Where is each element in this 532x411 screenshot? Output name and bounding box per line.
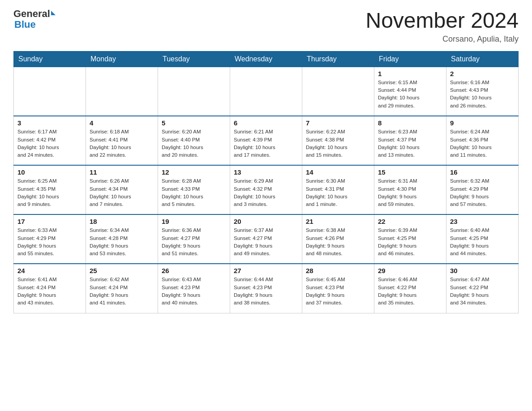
page-header: General Blue November 2024 Corsano, Apul…: [13, 9, 519, 44]
day-number: 4: [90, 119, 154, 127]
calendar-cell: 14Sunrise: 6:30 AM Sunset: 4:31 PM Dayli…: [302, 165, 374, 214]
day-info: Sunrise: 6:21 AM Sunset: 4:39 PM Dayligh…: [234, 128, 298, 159]
day-info: Sunrise: 6:16 AM Sunset: 4:43 PM Dayligh…: [450, 79, 515, 110]
day-info: Sunrise: 6:15 AM Sunset: 4:44 PM Dayligh…: [378, 79, 442, 110]
day-number: 13: [234, 168, 298, 176]
day-number: 26: [162, 267, 226, 274]
day-info: Sunrise: 6:44 AM Sunset: 4:23 PM Dayligh…: [234, 276, 298, 307]
logo: General Blue: [13, 9, 56, 30]
day-number: 6: [234, 119, 298, 127]
calendar-cell: 20Sunrise: 6:37 AM Sunset: 4:27 PM Dayli…: [230, 214, 302, 264]
column-header-monday: Monday: [86, 51, 158, 67]
day-info: Sunrise: 6:43 AM Sunset: 4:23 PM Dayligh…: [162, 276, 226, 307]
calendar-cell: 16Sunrise: 6:32 AM Sunset: 4:29 PM Dayli…: [446, 165, 519, 214]
title-area: November 2024 Corsano, Apulia, Italy: [365, 9, 519, 44]
day-number: 23: [450, 218, 515, 225]
calendar-cell: 30Sunrise: 6:47 AM Sunset: 4:22 PM Dayli…: [446, 264, 519, 313]
column-header-wednesday: Wednesday: [230, 51, 302, 67]
calendar-cell: 7Sunrise: 6:22 AM Sunset: 4:38 PM Daylig…: [302, 116, 374, 165]
calendar-cell: 4Sunrise: 6:18 AM Sunset: 4:41 PM Daylig…: [86, 116, 158, 165]
day-info: Sunrise: 6:32 AM Sunset: 4:29 PM Dayligh…: [450, 177, 515, 208]
calendar-cell: 27Sunrise: 6:44 AM Sunset: 4:23 PM Dayli…: [230, 264, 302, 313]
calendar-cell: 11Sunrise: 6:26 AM Sunset: 4:34 PM Dayli…: [86, 165, 158, 214]
column-header-saturday: Saturday: [446, 51, 519, 67]
day-info: Sunrise: 6:39 AM Sunset: 4:25 PM Dayligh…: [378, 227, 442, 257]
calendar-cell: 17Sunrise: 6:33 AM Sunset: 4:29 PM Dayli…: [14, 214, 86, 264]
calendar-cell: [14, 67, 86, 116]
day-info: Sunrise: 6:20 AM Sunset: 4:40 PM Dayligh…: [162, 128, 226, 159]
calendar-cell: 13Sunrise: 6:29 AM Sunset: 4:32 PM Dayli…: [230, 165, 302, 214]
day-info: Sunrise: 6:37 AM Sunset: 4:27 PM Dayligh…: [234, 227, 298, 257]
calendar-cell: 6Sunrise: 6:21 AM Sunset: 4:39 PM Daylig…: [230, 116, 302, 165]
day-info: Sunrise: 6:25 AM Sunset: 4:35 PM Dayligh…: [17, 177, 82, 208]
location-subtitle: Corsano, Apulia, Italy: [365, 34, 519, 44]
calendar-cell: 5Sunrise: 6:20 AM Sunset: 4:40 PM Daylig…: [158, 116, 230, 165]
day-info: Sunrise: 6:46 AM Sunset: 4:22 PM Dayligh…: [378, 276, 442, 307]
day-info: Sunrise: 6:26 AM Sunset: 4:34 PM Dayligh…: [90, 177, 154, 208]
calendar-cell: 3Sunrise: 6:17 AM Sunset: 4:42 PM Daylig…: [14, 116, 86, 165]
calendar-cell: 9Sunrise: 6:24 AM Sunset: 4:36 PM Daylig…: [446, 116, 519, 165]
day-number: 17: [17, 218, 82, 225]
day-number: 21: [306, 218, 370, 225]
calendar-cell: 19Sunrise: 6:36 AM Sunset: 4:27 PM Dayli…: [158, 214, 230, 264]
day-info: Sunrise: 6:18 AM Sunset: 4:41 PM Dayligh…: [90, 128, 154, 159]
day-info: Sunrise: 6:29 AM Sunset: 4:32 PM Dayligh…: [234, 177, 298, 208]
calendar-week-2: 3Sunrise: 6:17 AM Sunset: 4:42 PM Daylig…: [14, 116, 519, 165]
day-number: 1: [378, 70, 442, 77]
day-info: Sunrise: 6:36 AM Sunset: 4:27 PM Dayligh…: [162, 227, 226, 257]
day-number: 24: [17, 267, 82, 274]
day-info: Sunrise: 6:41 AM Sunset: 4:24 PM Dayligh…: [17, 276, 82, 307]
column-header-sunday: Sunday: [14, 51, 86, 67]
calendar-cell: 29Sunrise: 6:46 AM Sunset: 4:22 PM Dayli…: [374, 264, 446, 313]
calendar-cell: 23Sunrise: 6:40 AM Sunset: 4:25 PM Dayli…: [446, 214, 519, 264]
day-number: 5: [162, 119, 226, 127]
logo-general: General: [13, 9, 50, 19]
calendar-cell: 26Sunrise: 6:43 AM Sunset: 4:23 PM Dayli…: [158, 264, 230, 313]
day-number: 12: [162, 168, 226, 176]
day-info: Sunrise: 6:33 AM Sunset: 4:29 PM Dayligh…: [17, 227, 82, 257]
day-info: Sunrise: 6:28 AM Sunset: 4:33 PM Dayligh…: [162, 177, 226, 208]
calendar-cell: 21Sunrise: 6:38 AM Sunset: 4:26 PM Dayli…: [302, 214, 374, 264]
day-number: 29: [378, 267, 442, 274]
day-number: 20: [234, 218, 298, 225]
calendar-week-1: 1Sunrise: 6:15 AM Sunset: 4:44 PM Daylig…: [14, 67, 519, 116]
day-number: 22: [378, 218, 442, 225]
calendar-cell: [302, 67, 374, 116]
day-number: 19: [162, 218, 226, 225]
day-number: 27: [234, 267, 298, 274]
logo-triangle-icon: [51, 11, 56, 15]
month-title: November 2024: [365, 9, 519, 33]
calendar-cell: 25Sunrise: 6:42 AM Sunset: 4:24 PM Dayli…: [86, 264, 158, 313]
calendar-week-4: 17Sunrise: 6:33 AM Sunset: 4:29 PM Dayli…: [14, 214, 519, 264]
column-header-friday: Friday: [374, 51, 446, 67]
calendar-cell: [158, 67, 230, 116]
day-info: Sunrise: 6:24 AM Sunset: 4:36 PM Dayligh…: [450, 128, 515, 159]
day-number: 25: [90, 267, 154, 274]
day-info: Sunrise: 6:22 AM Sunset: 4:38 PM Dayligh…: [306, 128, 370, 159]
day-number: 7: [306, 119, 370, 127]
day-number: 9: [450, 119, 515, 127]
day-info: Sunrise: 6:47 AM Sunset: 4:22 PM Dayligh…: [450, 276, 515, 307]
day-number: 14: [306, 168, 370, 176]
day-info: Sunrise: 6:42 AM Sunset: 4:24 PM Dayligh…: [90, 276, 154, 307]
calendar-table: SundayMondayTuesdayWednesdayThursdayFrid…: [13, 51, 519, 313]
day-number: 30: [450, 267, 515, 274]
column-header-tuesday: Tuesday: [158, 51, 230, 67]
calendar-cell: 12Sunrise: 6:28 AM Sunset: 4:33 PM Dayli…: [158, 165, 230, 214]
day-number: 16: [450, 168, 515, 176]
day-number: 2: [450, 70, 515, 77]
day-info: Sunrise: 6:31 AM Sunset: 4:30 PM Dayligh…: [378, 177, 442, 208]
day-info: Sunrise: 6:40 AM Sunset: 4:25 PM Dayligh…: [450, 227, 515, 257]
day-number: 3: [17, 119, 82, 127]
calendar-cell: 15Sunrise: 6:31 AM Sunset: 4:30 PM Dayli…: [374, 165, 446, 214]
day-number: 10: [17, 168, 82, 176]
day-number: 11: [90, 168, 154, 176]
calendar-header-row: SundayMondayTuesdayWednesdayThursdayFrid…: [14, 51, 519, 67]
day-info: Sunrise: 6:30 AM Sunset: 4:31 PM Dayligh…: [306, 177, 370, 208]
day-number: 8: [378, 119, 442, 127]
calendar-cell: 22Sunrise: 6:39 AM Sunset: 4:25 PM Dayli…: [374, 214, 446, 264]
day-info: Sunrise: 6:34 AM Sunset: 4:28 PM Dayligh…: [90, 227, 154, 257]
calendar-cell: 8Sunrise: 6:23 AM Sunset: 4:37 PM Daylig…: [374, 116, 446, 165]
calendar-week-3: 10Sunrise: 6:25 AM Sunset: 4:35 PM Dayli…: [14, 165, 519, 214]
day-info: Sunrise: 6:23 AM Sunset: 4:37 PM Dayligh…: [378, 128, 442, 159]
